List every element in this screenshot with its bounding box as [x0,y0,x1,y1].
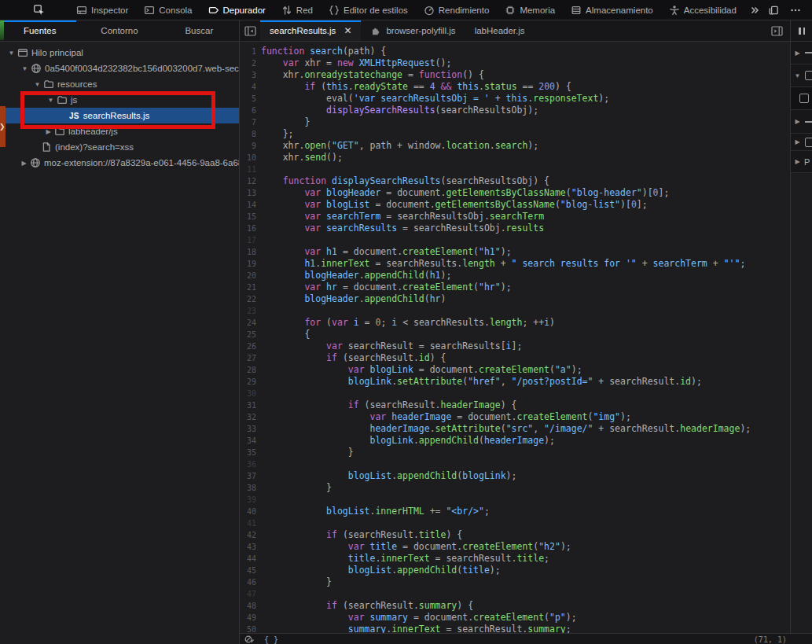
code-line[interactable]: 19 h1.innerText = searchResults.length +… [240,258,790,270]
code-line[interactable]: 41 [240,517,790,529]
code-line[interactable]: 37 blogList.appendChild(blogLink); [240,470,790,482]
code-line[interactable]: 14 var blogList = document.getElementsBy… [240,199,790,211]
code-line[interactable]: 28 var blogLink = document.createElement… [240,364,790,376]
editor-tab-labheader-js[interactable]: labHeader.js [465,20,535,41]
tree-item-0a5400f0034d232382bc156d003200d7-web-secu[interactable]: ▼0a5400f0034d232382bc156d003200d7.web-se… [0,61,239,76]
tool-tab-accessibility[interactable]: Accesibilidad [661,0,744,20]
tree-item-moz-extension-87a8329a-e061-4456-9aa8-6a68[interactable]: ▶moz-extension://87a8329a-e061-4456-9aa8… [0,155,239,171]
code-line[interactable]: 1function search(path) { [240,46,790,57]
line-number[interactable]: 9 [240,140,261,152]
debugger-section-row[interactable]: ▶P [791,151,812,173]
more-tools-chevron[interactable] [744,0,765,20]
code-line[interactable]: 36 [240,458,790,470]
line-number[interactable]: 18 [240,246,261,258]
code-line[interactable]: 26 var searchResult = searchResults[i]; [240,340,790,352]
line-number[interactable]: 33 [240,423,261,435]
code-line[interactable]: 27 if (searchResult.id) { [240,352,790,364]
line-number[interactable]: 13 [240,187,261,199]
code-line[interactable]: 9 xhr.open("GET", path + window.location… [240,140,790,152]
line-number[interactable]: 25 [240,329,261,340]
separate-window-icon[interactable] [765,2,782,18]
tab-fuentes[interactable]: Fuentes [0,20,79,41]
code-line[interactable]: 22 blogHeader.appendChild(hr) [240,293,790,305]
code-line[interactable]: 33 headerImage.setAttribute("src", "/ima… [240,423,790,435]
meatball-menu-icon[interactable] [787,2,804,18]
tool-tab-debugger[interactable]: Depurador [200,0,274,20]
debugger-section-row[interactable]: ▶ [791,42,812,64]
line-number[interactable]: 30 [240,388,261,399]
close-icon[interactable] [809,2,812,18]
tool-tab-style-editor[interactable]: Editor de estilos [321,0,416,20]
code-line[interactable]: 18 var h1 = document.createElement("h1")… [240,246,790,258]
chevron-right-icon[interactable]: ▶ [792,50,803,57]
chevron-down-icon[interactable]: ▼ [6,50,17,57]
tool-tab-memory[interactable]: Memoria [497,0,563,20]
close-tab-icon[interactable]: ✕ [344,25,351,36]
code-line[interactable]: 11 [240,164,790,175]
line-number[interactable]: 14 [240,199,261,211]
code-line[interactable]: 42 if (searchResult.title) { [240,529,790,541]
line-number[interactable]: 46 [240,576,261,588]
code-line[interactable]: 16 var searchResults = searchResultsObj.… [240,223,790,234]
tab-contorno[interactable]: Contorno [79,20,159,41]
line-number[interactable]: 26 [240,340,261,352]
code-line[interactable]: 17 [240,234,790,246]
line-number[interactable]: 35 [240,447,261,458]
line-number[interactable]: 28 [240,364,261,376]
code-line[interactable]: 24 for (var i = 0; i < searchResults.len… [240,317,790,329]
chevron-down-icon[interactable]: ▼ [792,72,803,79]
line-number[interactable]: 6 [240,105,261,116]
line-number[interactable]: 36 [240,458,261,470]
element-picker-icon[interactable] [33,2,45,18]
code-line[interactable]: 43 var title = document.createElement("h… [240,541,790,553]
code-line[interactable]: 12 function displaySearchResults(searchR… [240,175,790,187]
line-number[interactable]: 29 [240,376,261,388]
code-line[interactable]: 39 [240,494,790,506]
line-number[interactable]: 23 [240,305,261,317]
chevron-down-icon[interactable]: ▼ [46,97,56,104]
line-number[interactable]: 21 [240,282,261,293]
chevron-right-icon[interactable]: ▶ [792,158,803,165]
tool-tab-console[interactable]: Consola [136,0,200,20]
code-line[interactable]: 23 [240,305,790,317]
tree-item-hilo-principal[interactable]: ▼Hilo principal [0,45,239,61]
line-number[interactable]: 31 [240,399,261,411]
tab-buscar[interactable]: Buscar [160,20,239,41]
line-number[interactable]: 27 [240,352,261,364]
code-line[interactable]: 3 xhr.onreadystatechange = function() { [240,69,790,81]
chevron-down-icon[interactable]: ▼ [20,65,30,72]
tree-item-labheader-js[interactable]: ▶labheader/js [0,123,239,139]
expand-panes-icon[interactable] [766,20,787,41]
code-line[interactable]: 4 if (this.readyState == 4 && this.statu… [240,81,790,93]
line-number[interactable]: 45 [240,565,261,576]
chevron-right-icon[interactable]: ▶ [19,160,29,167]
line-number[interactable]: 2 [240,57,261,69]
line-number[interactable]: 17 [240,234,261,246]
debugger-section-row[interactable] [791,87,812,110]
tree-item--index-search-xss[interactable]: (index)?search=xss [0,139,239,155]
chevron-right-icon[interactable]: ▶ [43,128,53,135]
code-line[interactable]: 13 var blogHeader = document.getElements… [240,187,790,199]
line-number[interactable]: 7 [240,116,261,128]
tool-tab-network[interactable]: Red [274,0,321,20]
editor-tab-browser-polyfill-js[interactable]: browser-polyfill.js [361,20,465,41]
line-number[interactable]: 49 [240,612,261,624]
chevron-right-icon[interactable]: ▶ [792,138,803,145]
tree-item-resources[interactable]: ▼resources [0,76,239,92]
line-number[interactable]: 20 [240,270,261,282]
code-line[interactable]: 45 blogList.appendChild(title); [240,565,790,576]
line-number[interactable]: 42 [240,529,261,541]
line-number[interactable]: 1 [240,46,261,57]
line-number[interactable]: 43 [240,541,261,553]
line-number[interactable]: 8 [240,128,261,140]
code-line[interactable]: 38 } [240,482,790,494]
code-line[interactable]: 7 } [240,116,790,128]
tool-tab-performance[interactable]: Rendimiento [416,0,498,20]
line-number[interactable]: 22 [240,293,261,305]
line-number[interactable]: 5 [240,93,261,105]
code-line[interactable]: 8 }; [240,128,790,140]
code-line[interactable]: 49 var summary = document.createElement(… [240,612,790,624]
code-line[interactable]: 29 blogLink.setAttribute("href", "/post?… [240,376,790,388]
code-line[interactable]: 44 title.innerText = searchResult.title; [240,553,790,565]
code-line[interactable]: 25 { [240,329,790,340]
